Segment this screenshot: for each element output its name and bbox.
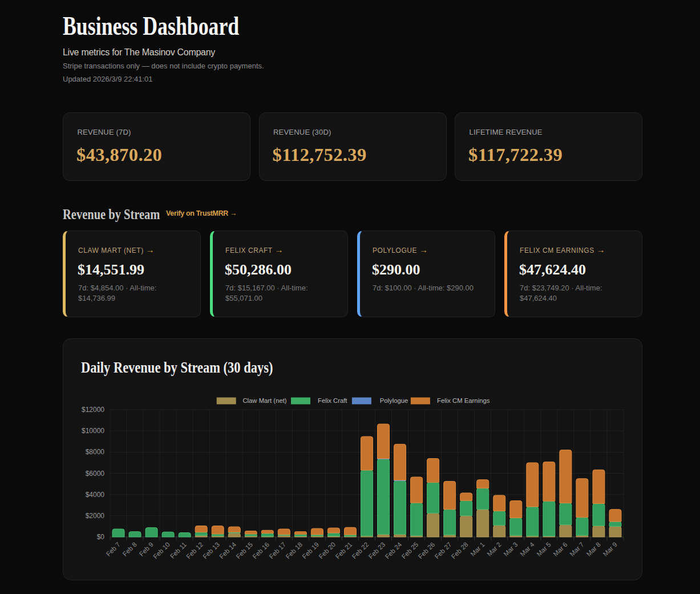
svg-text:Feb 8: Feb 8 — [122, 541, 138, 557]
svg-text:Feb 26: Feb 26 — [417, 541, 436, 560]
svg-text:$6000: $6000 — [86, 470, 105, 478]
svg-text:Feb 18: Feb 18 — [285, 541, 304, 560]
svg-text:Feb 24: Feb 24 — [384, 541, 403, 560]
svg-text:$0: $0 — [97, 533, 105, 541]
svg-text:Mar 5: Mar 5 — [536, 541, 552, 557]
svg-text:Felix Craft: Felix Craft — [318, 397, 347, 404]
svg-text:Mar 4: Mar 4 — [519, 541, 536, 558]
svg-text:$2000: $2000 — [86, 512, 105, 520]
svg-text:Mar 7: Mar 7 — [569, 541, 585, 557]
svg-text:Feb 22: Feb 22 — [351, 541, 370, 560]
svg-text:Feb 19: Feb 19 — [301, 541, 321, 560]
svg-text:$10000: $10000 — [82, 427, 104, 435]
svg-text:Mar 9: Mar 9 — [602, 541, 618, 557]
svg-text:Feb 25: Feb 25 — [400, 541, 420, 560]
svg-text:Feb 16: Feb 16 — [251, 541, 270, 560]
svg-text:Feb 13: Feb 13 — [201, 541, 221, 560]
svg-text:Feb 23: Feb 23 — [367, 541, 387, 560]
svg-text:Feb 10: Feb 10 — [152, 541, 171, 560]
svg-text:Mar 1: Mar 1 — [469, 541, 485, 557]
svg-text:Feb 17: Feb 17 — [268, 541, 287, 560]
svg-text:Mar 2: Mar 2 — [485, 541, 502, 557]
svg-text:Mar 6: Mar 6 — [552, 541, 569, 557]
svg-text:Feb 21: Feb 21 — [334, 541, 354, 560]
svg-text:Feb 7: Feb 7 — [105, 541, 122, 557]
svg-text:Mar 3: Mar 3 — [502, 541, 519, 557]
svg-text:Felix CM Earnings: Felix CM Earnings — [437, 397, 490, 404]
svg-text:Claw Mart (net): Claw Mart (net) — [242, 397, 286, 404]
svg-text:$8000: $8000 — [86, 448, 105, 456]
svg-text:Feb 12: Feb 12 — [185, 541, 204, 560]
svg-text:Feb 14: Feb 14 — [218, 541, 237, 560]
svg-text:$4000: $4000 — [86, 491, 105, 499]
svg-text:Feb 20: Feb 20 — [318, 541, 337, 560]
svg-text:Feb 11: Feb 11 — [169, 541, 188, 560]
svg-text:Feb 28: Feb 28 — [450, 541, 470, 560]
svg-text:Feb 27: Feb 27 — [434, 541, 453, 560]
svg-text:$12000: $12000 — [82, 406, 104, 414]
svg-text:Feb 15: Feb 15 — [234, 541, 254, 560]
svg-text:Mar 8: Mar 8 — [585, 541, 602, 557]
svg-text:Polylogue: Polylogue — [380, 397, 408, 404]
